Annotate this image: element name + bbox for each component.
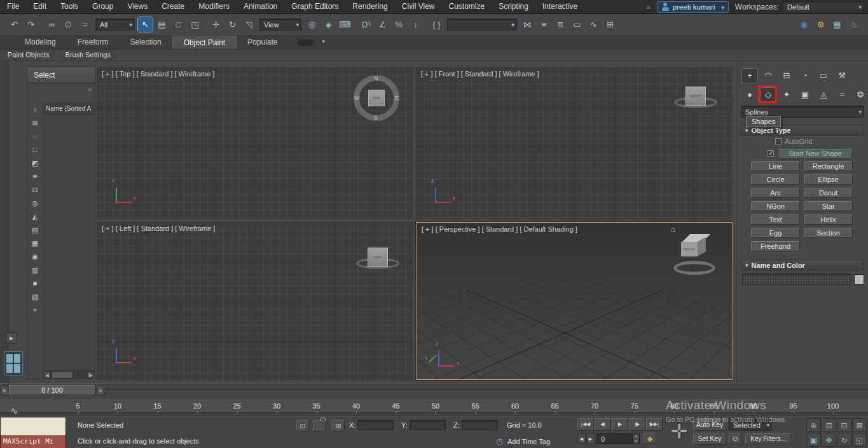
align-icon[interactable]: ≡ bbox=[537, 17, 551, 32]
bind-to-spacewarp-icon[interactable]: ≈ bbox=[78, 17, 92, 32]
viewcube-top-face[interactable]: TOP bbox=[368, 90, 385, 106]
field-of-view-icon[interactable]: ▣ bbox=[806, 433, 821, 447]
select-rotate-icon[interactable]: ↻ bbox=[225, 17, 240, 32]
object-color-swatch[interactable] bbox=[854, 274, 864, 284]
previous-frame-button[interactable]: ◀| bbox=[595, 418, 611, 431]
menu-item[interactable]: Animation bbox=[237, 0, 284, 13]
key-filters-button[interactable]: Key Filters... bbox=[745, 433, 791, 444]
go-to-end-button[interactable]: ▶▶| bbox=[646, 418, 663, 431]
shape-button[interactable]: Arc bbox=[751, 188, 800, 198]
menu-item[interactable]: Scripting bbox=[492, 0, 535, 13]
display-xrefs-icon[interactable]: ◭ bbox=[29, 211, 41, 222]
viewcube-front-face[interactable]: FRONT bbox=[685, 87, 706, 106]
spinner-down-icon[interactable]: ▼ bbox=[633, 439, 639, 444]
motion-tab-icon[interactable]: ◔ bbox=[797, 69, 813, 83]
add-time-tag[interactable]: Add Time Tag bbox=[507, 438, 550, 445]
absolute-offset-toggle-icon[interactable]: ⊞ bbox=[332, 420, 345, 431]
expand-icon[interactable]: » bbox=[87, 370, 91, 377]
shape-button[interactable]: Helix bbox=[804, 214, 853, 225]
display-lights-icon[interactable]: □ bbox=[29, 144, 41, 155]
helpers-category-icon[interactable]: ◬ bbox=[816, 88, 831, 102]
menu-item[interactable]: Views bbox=[120, 0, 155, 13]
play-button[interactable]: ▶ bbox=[612, 418, 628, 431]
orbit-icon[interactable]: ↻ bbox=[837, 433, 851, 447]
scroll-left-icon[interactable]: ◀ bbox=[43, 371, 51, 379]
display-layers-icon[interactable]: ▧ bbox=[29, 291, 41, 302]
zoom-extents-all-icon[interactable]: ⊠ bbox=[852, 418, 867, 432]
menu-overflow-icon[interactable]: » bbox=[644, 3, 653, 11]
shape-button[interactable]: Text bbox=[751, 214, 800, 225]
shape-button[interactable]: Freehand bbox=[751, 241, 800, 251]
viewcube-home-icon[interactable]: ⌂ bbox=[671, 225, 675, 233]
viewcube-left-face[interactable]: LEFT bbox=[368, 248, 388, 267]
ribbon-tab-selection[interactable]: Selection bbox=[119, 36, 172, 49]
viewcube-front-face[interactable]: FRONT bbox=[681, 242, 698, 256]
menu-item[interactable]: Customize bbox=[442, 0, 492, 13]
y-coordinate-field[interactable] bbox=[410, 420, 446, 430]
shape-button[interactable]: Circle bbox=[751, 174, 800, 185]
next-frame-arrow[interactable]: > bbox=[97, 386, 104, 395]
next-key-button[interactable]: ▶ bbox=[586, 433, 595, 444]
viewport-perspective[interactable]: [ + ] [ Perspective ] [ Standard ] [ Def… bbox=[416, 222, 733, 380]
expand-panel-button[interactable]: ▶ bbox=[6, 332, 17, 344]
select-scale-icon[interactable]: ◹ bbox=[242, 17, 256, 32]
cameras-category-icon[interactable]: ▣ bbox=[797, 88, 813, 102]
set-key-button[interactable]: Set Key bbox=[693, 433, 726, 445]
selection-set-dropdown[interactable]: Selected bbox=[729, 419, 772, 431]
hierarchy-tab-icon[interactable]: ⊟ bbox=[779, 69, 794, 83]
shape-button[interactable]: Section bbox=[804, 228, 853, 238]
percent-snap-icon[interactable]: % bbox=[392, 17, 406, 32]
display-geometry-icon[interactable]: ⊞ bbox=[29, 117, 41, 129]
menu-item[interactable]: Create bbox=[155, 0, 191, 13]
systems-category-icon[interactable]: ❂ bbox=[853, 88, 868, 102]
ribbon-subtab-paint-objects[interactable]: Paint Objects bbox=[0, 50, 57, 60]
display-materials-icon[interactable]: ■ bbox=[29, 277, 41, 289]
edit-named-selection-sets-icon[interactable]: { } bbox=[429, 17, 444, 32]
menu-item[interactable]: Civil View bbox=[395, 0, 442, 13]
autogrid-checkbox[interactable] bbox=[775, 138, 782, 144]
ribbon-tab-freeform[interactable]: Freeform bbox=[67, 36, 120, 49]
scene-explorer-rows[interactable] bbox=[43, 115, 95, 370]
menu-item[interactable]: Interactive bbox=[535, 0, 584, 13]
select-move-icon[interactable]: ✛ bbox=[209, 17, 223, 32]
utilities-tab-icon[interactable]: ⚒ bbox=[834, 69, 850, 83]
shape-button[interactable]: Egg bbox=[751, 228, 800, 238]
next-frame-button[interactable]: |▶ bbox=[629, 418, 645, 431]
reference-coordsys-dropdown[interactable]: View bbox=[259, 18, 301, 31]
zoom-all-icon[interactable]: ⊞ bbox=[822, 418, 836, 432]
maxscript-mini-listener[interactable]: MAXScript Mi bbox=[0, 417, 66, 448]
previous-frame-arrow[interactable]: < bbox=[1, 386, 8, 395]
select-filter-icon[interactable]: ○ bbox=[29, 104, 41, 115]
create-tab-icon[interactable]: + bbox=[742, 69, 757, 83]
named-selection-sets-dropdown[interactable] bbox=[447, 18, 517, 31]
scrollbar-thumb[interactable] bbox=[52, 371, 73, 379]
timeline-ruler[interactable]: ∿ 51015202530354045505560657075808590951… bbox=[0, 400, 868, 414]
snaps-toggle-icon[interactable]: Ω³ bbox=[359, 17, 373, 32]
use-pivot-center-icon[interactable]: ◎ bbox=[305, 17, 319, 32]
material-editor-icon[interactable]: ◉ bbox=[797, 17, 811, 32]
display-helpers-icon[interactable]: ≋ bbox=[29, 171, 41, 182]
menu-item[interactable]: Graph Editors bbox=[284, 0, 345, 13]
schematic-view-icon[interactable]: ⊞ bbox=[603, 17, 617, 32]
display-containers-icon[interactable]: ▦ bbox=[29, 237, 41, 249]
name-and-color-rollout[interactable]: Name and Color bbox=[741, 260, 864, 270]
start-new-shape-button[interactable]: Start New Shape bbox=[778, 149, 853, 158]
shape-button[interactable]: NGon bbox=[751, 201, 800, 211]
ribbon-tab-object-paint[interactable]: Object Paint bbox=[172, 36, 237, 49]
unlink-icon[interactable]: ∅ bbox=[61, 17, 76, 32]
viewport-perspective-label[interactable]: [ + ] [ Perspective ] [ Standard ] [ Def… bbox=[422, 225, 577, 233]
viewport-front[interactable]: [ + ] [ Front ] [ Standard ] [ Wireframe… bbox=[416, 67, 733, 220]
select-by-name-icon[interactable]: ▤ bbox=[155, 17, 169, 32]
go-to-start-button[interactable]: |◀◀ bbox=[577, 418, 594, 431]
curve-editor-icon[interactable]: ∿ bbox=[586, 17, 601, 32]
ribbon-minimize-chevron-icon[interactable] bbox=[319, 36, 326, 45]
display-bones-icon[interactable]: ▤ bbox=[29, 224, 41, 235]
redo-icon[interactable]: ↷ bbox=[24, 17, 38, 32]
zoom-icon[interactable]: ⊕ bbox=[806, 418, 821, 432]
spinner-up-icon[interactable]: ▲ bbox=[633, 434, 639, 439]
mirror-icon[interactable]: ⋈ bbox=[520, 17, 535, 32]
viewcube-top-face[interactable] bbox=[682, 234, 710, 242]
viewport-front-label[interactable]: [ + ] [ Front ] [ Standard ] [ Wireframe… bbox=[421, 70, 539, 78]
viewport-top[interactable]: [ + ] [ Top ] [ Standard ] [ Wireframe ]… bbox=[97, 67, 413, 220]
rendered-frame-icon[interactable]: ▦ bbox=[830, 17, 844, 32]
